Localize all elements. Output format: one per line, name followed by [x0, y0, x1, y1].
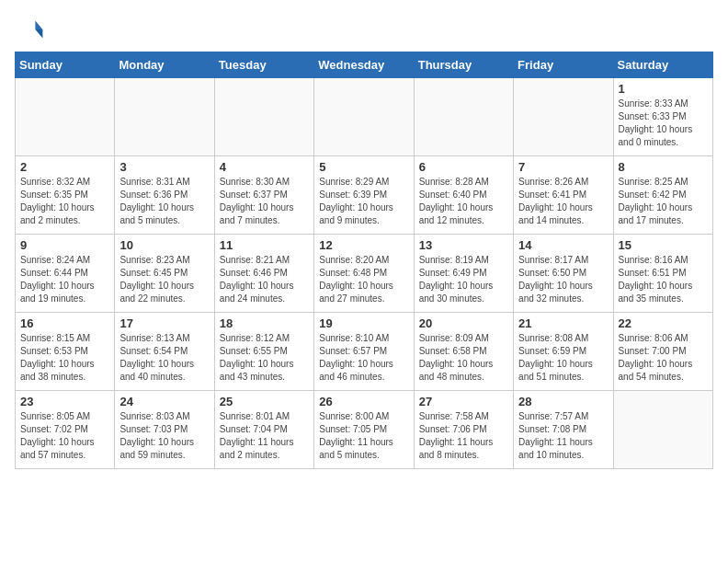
calendar-week-3: 9Sunrise: 8:24 AM Sunset: 6:44 PM Daylig…: [16, 235, 713, 313]
calendar-cell: 25Sunrise: 8:01 AM Sunset: 7:04 PM Dayli…: [214, 391, 313, 469]
calendar-week-5: 23Sunrise: 8:05 AM Sunset: 7:02 PM Dayli…: [16, 391, 713, 469]
day-number: 24: [119, 395, 209, 408]
day-number: 18: [220, 316, 309, 330]
day-info: Sunrise: 8:31 AM Sunset: 6:36 PM Dayligh…: [119, 176, 209, 227]
day-number: 13: [419, 238, 508, 252]
calendar-cell: 4Sunrise: 8:30 AM Sunset: 6:37 PM Daylig…: [214, 156, 313, 235]
day-number: 3: [119, 160, 209, 174]
day-number: 1: [619, 82, 708, 96]
day-info: Sunrise: 8:10 AM Sunset: 6:57 PM Dayligh…: [319, 332, 408, 384]
weekday-header-saturday: Saturday: [613, 52, 712, 78]
day-info: Sunrise: 8:23 AM Sunset: 6:45 PM Dayligh…: [119, 254, 209, 305]
day-number: 8: [619, 160, 708, 174]
day-number: 16: [20, 316, 109, 330]
weekday-header-wednesday: Wednesday: [314, 52, 414, 78]
day-info: Sunrise: 7:58 AM Sunset: 7:06 PM Dayligh…: [419, 410, 508, 462]
calendar-table: SundayMondayTuesdayWednesdayThursdayFrid…: [15, 52, 713, 469]
day-info: Sunrise: 8:30 AM Sunset: 6:37 PM Dayligh…: [220, 176, 309, 227]
day-info: Sunrise: 8:21 AM Sunset: 6:46 PM Dayligh…: [220, 254, 309, 305]
calendar-cell: [115, 78, 214, 156]
calendar-cell: 20Sunrise: 8:09 AM Sunset: 6:58 PM Dayli…: [414, 313, 513, 391]
calendar-cell: 8Sunrise: 8:25 AM Sunset: 6:42 PM Daylig…: [613, 156, 712, 235]
calendar-cell: 14Sunrise: 8:17 AM Sunset: 6:50 PM Dayli…: [514, 235, 613, 313]
weekday-header-friday: Friday: [514, 52, 613, 78]
day-info: Sunrise: 8:33 AM Sunset: 6:33 PM Dayligh…: [619, 98, 708, 149]
day-number: 22: [619, 316, 708, 330]
day-number: 23: [20, 395, 109, 408]
day-number: 15: [619, 238, 708, 252]
day-info: Sunrise: 7:57 AM Sunset: 7:08 PM Dayligh…: [518, 410, 608, 462]
calendar-cell: 17Sunrise: 8:13 AM Sunset: 6:54 PM Dayli…: [115, 313, 214, 391]
page-header: [15, 15, 713, 44]
day-info: Sunrise: 8:19 AM Sunset: 6:49 PM Dayligh…: [419, 254, 508, 305]
day-info: Sunrise: 8:29 AM Sunset: 6:39 PM Dayligh…: [319, 176, 408, 227]
day-info: Sunrise: 8:03 AM Sunset: 7:03 PM Dayligh…: [119, 410, 209, 462]
calendar-cell: 23Sunrise: 8:05 AM Sunset: 7:02 PM Dayli…: [16, 391, 115, 469]
day-number: 27: [419, 395, 508, 408]
calendar-cell: 18Sunrise: 8:12 AM Sunset: 6:55 PM Dayli…: [214, 313, 313, 391]
calendar-cell: 3Sunrise: 8:31 AM Sunset: 6:36 PM Daylig…: [115, 156, 214, 235]
calendar-cell: 27Sunrise: 7:58 AM Sunset: 7:06 PM Dayli…: [414, 391, 513, 469]
weekday-header-row: SundayMondayTuesdayWednesdayThursdayFrid…: [16, 52, 713, 78]
calendar-cell: 13Sunrise: 8:19 AM Sunset: 6:49 PM Dayli…: [414, 235, 513, 313]
weekday-header-tuesday: Tuesday: [214, 52, 313, 78]
logo: [15, 15, 48, 44]
calendar-cell: 10Sunrise: 8:23 AM Sunset: 6:45 PM Dayli…: [115, 235, 214, 313]
day-info: Sunrise: 8:06 AM Sunset: 7:00 PM Dayligh…: [619, 332, 708, 384]
calendar-cell: 9Sunrise: 8:24 AM Sunset: 6:44 PM Daylig…: [16, 235, 115, 313]
day-info: Sunrise: 8:25 AM Sunset: 6:42 PM Dayligh…: [619, 176, 708, 227]
day-info: Sunrise: 8:17 AM Sunset: 6:50 PM Dayligh…: [518, 254, 608, 305]
day-info: Sunrise: 8:15 AM Sunset: 6:53 PM Dayligh…: [20, 332, 109, 384]
day-number: 5: [319, 160, 408, 174]
day-number: 4: [220, 160, 309, 174]
calendar-cell: 6Sunrise: 8:28 AM Sunset: 6:40 PM Daylig…: [414, 156, 513, 235]
day-info: Sunrise: 8:00 AM Sunset: 7:05 PM Dayligh…: [319, 410, 408, 462]
calendar-cell: 7Sunrise: 8:26 AM Sunset: 6:41 PM Daylig…: [514, 156, 613, 235]
calendar-cell: [414, 78, 513, 156]
day-number: 19: [319, 316, 408, 330]
day-info: Sunrise: 8:12 AM Sunset: 6:55 PM Dayligh…: [220, 332, 309, 384]
day-number: 2: [20, 160, 109, 174]
day-info: Sunrise: 8:24 AM Sunset: 6:44 PM Dayligh…: [20, 254, 109, 305]
calendar-cell: 11Sunrise: 8:21 AM Sunset: 6:46 PM Dayli…: [214, 235, 313, 313]
day-info: Sunrise: 8:09 AM Sunset: 6:58 PM Dayligh…: [419, 332, 508, 384]
day-number: 12: [319, 238, 408, 252]
day-number: 9: [20, 238, 109, 252]
calendar-cell: 15Sunrise: 8:16 AM Sunset: 6:51 PM Dayli…: [613, 235, 712, 313]
day-number: 10: [119, 238, 209, 252]
weekday-header-sunday: Sunday: [16, 52, 115, 78]
calendar-week-2: 2Sunrise: 8:32 AM Sunset: 6:35 PM Daylig…: [16, 156, 713, 235]
calendar-week-1: 1Sunrise: 8:33 AM Sunset: 6:33 PM Daylig…: [16, 78, 713, 156]
calendar-cell: 22Sunrise: 8:06 AM Sunset: 7:00 PM Dayli…: [613, 313, 712, 391]
day-info: Sunrise: 8:05 AM Sunset: 7:02 PM Dayligh…: [20, 410, 109, 462]
calendar-cell: 16Sunrise: 8:15 AM Sunset: 6:53 PM Dayli…: [16, 313, 115, 391]
calendar-cell: 5Sunrise: 8:29 AM Sunset: 6:39 PM Daylig…: [314, 156, 414, 235]
day-number: 21: [518, 316, 608, 330]
calendar-cell: 24Sunrise: 8:03 AM Sunset: 7:03 PM Dayli…: [115, 391, 214, 469]
day-info: Sunrise: 8:20 AM Sunset: 6:48 PM Dayligh…: [319, 254, 408, 305]
day-info: Sunrise: 8:16 AM Sunset: 6:51 PM Dayligh…: [619, 254, 708, 305]
day-number: 28: [518, 395, 608, 408]
day-info: Sunrise: 8:01 AM Sunset: 7:04 PM Dayligh…: [220, 410, 309, 462]
calendar-cell: [16, 78, 115, 156]
weekday-header-thursday: Thursday: [414, 52, 513, 78]
svg-marker-0: [35, 20, 42, 29]
day-info: Sunrise: 8:13 AM Sunset: 6:54 PM Dayligh…: [119, 332, 209, 384]
calendar-cell: 1Sunrise: 8:33 AM Sunset: 6:33 PM Daylig…: [613, 78, 712, 156]
day-number: 20: [419, 316, 508, 330]
svg-marker-1: [35, 29, 42, 39]
calendar-cell: 26Sunrise: 8:00 AM Sunset: 7:05 PM Dayli…: [314, 391, 414, 469]
day-number: 11: [220, 238, 309, 252]
day-info: Sunrise: 8:26 AM Sunset: 6:41 PM Dayligh…: [518, 176, 608, 227]
calendar-cell: [314, 78, 414, 156]
calendar-cell: [214, 78, 313, 156]
logo-icon: [15, 15, 44, 44]
day-info: Sunrise: 8:08 AM Sunset: 6:59 PM Dayligh…: [518, 332, 608, 384]
calendar-cell: 21Sunrise: 8:08 AM Sunset: 6:59 PM Dayli…: [514, 313, 613, 391]
day-number: 26: [319, 395, 408, 408]
calendar-week-4: 16Sunrise: 8:15 AM Sunset: 6:53 PM Dayli…: [16, 313, 713, 391]
calendar-cell: 12Sunrise: 8:20 AM Sunset: 6:48 PM Dayli…: [314, 235, 414, 313]
calendar-cell: 2Sunrise: 8:32 AM Sunset: 6:35 PM Daylig…: [16, 156, 115, 235]
day-number: 6: [419, 160, 508, 174]
day-info: Sunrise: 8:32 AM Sunset: 6:35 PM Dayligh…: [20, 176, 109, 227]
